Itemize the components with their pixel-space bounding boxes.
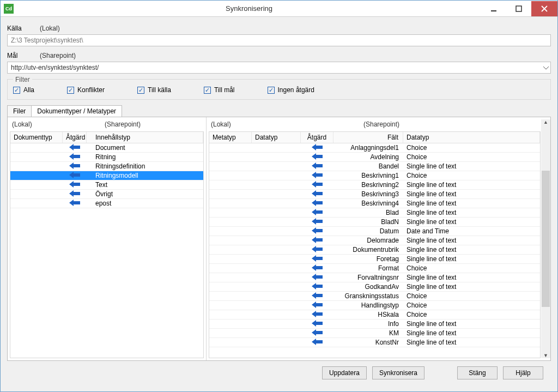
table-row[interactable]: Beskrivning2Single line of text — [209, 180, 540, 190]
table-row[interactable]: GranskningsstatusChoice — [209, 292, 540, 301]
arrow-left-icon — [312, 237, 323, 243]
table-row[interactable]: epost — [10, 199, 203, 208]
scroll-thumb[interactable] — [542, 171, 550, 307]
table-row[interactable]: Text — [10, 180, 203, 190]
table-row[interactable]: Ritningsmodell — [10, 171, 203, 180]
arrow-left-icon — [312, 329, 323, 336]
arrow-left-icon — [69, 153, 80, 160]
app-window: Cd Synkronisering Källa (Lokal) Mål (Sha… — [0, 0, 558, 392]
table-row[interactable]: Document — [10, 143, 203, 153]
arrow-left-icon — [69, 162, 80, 169]
arrow-left-icon — [312, 301, 323, 308]
table-row[interactable]: Beskrivning1Choice — [209, 171, 540, 180]
table-row[interactable]: FormatChoice — [209, 264, 540, 273]
right-lokal-label: (Lokal) — [211, 120, 309, 128]
target-sublabel: (Sharepoint) — [40, 52, 76, 59]
minimize-button[interactable] — [481, 1, 506, 16]
target-url-select[interactable] — [7, 62, 551, 74]
app-icon: Cd — [4, 4, 14, 14]
source-label: Källa — [7, 25, 38, 32]
col-dokumenttyp[interactable]: Dokumenttyp — [10, 132, 63, 143]
filter-alla-checkbox[interactable]: ✓Alla — [13, 86, 34, 94]
scroll-up-icon[interactable]: ▲ — [543, 119, 548, 125]
filter-tillkalla-checkbox[interactable]: ✓Till källa — [137, 86, 171, 94]
tab-doktyper[interactable]: Dokumenttyper / Metatyper — [31, 105, 122, 117]
arrow-left-icon — [312, 181, 323, 188]
filter-ingen-checkbox[interactable]: ✓Ingen åtgärd — [268, 86, 314, 94]
tab-filer[interactable]: Filer — [7, 105, 32, 117]
table-row[interactable]: HSkalaChoice — [209, 310, 540, 319]
table-row[interactable]: BladSingle line of text — [209, 208, 540, 218]
maximize-button[interactable] — [506, 1, 531, 16]
col-metatyp[interactable]: Metatyp — [209, 132, 252, 143]
close-button[interactable] — [531, 1, 557, 16]
table-row[interactable]: Anlaggningsdel1Choice — [209, 143, 540, 153]
target-label: Mål — [7, 52, 38, 59]
arrow-left-icon — [312, 153, 323, 160]
arrow-left-icon — [312, 283, 323, 290]
col-datatyp2[interactable]: Datatyp — [403, 132, 540, 143]
uppdatera-button[interactable]: Uppdatera — [322, 366, 367, 379]
arrow-left-icon — [312, 264, 323, 271]
right-sharepoint-label: (Sharepoint) — [309, 120, 546, 128]
arrow-left-icon — [312, 209, 323, 215]
table-row[interactable]: BandelSingle line of text — [209, 162, 540, 171]
col-innehall[interactable]: Innehållstyp — [87, 132, 203, 143]
table-row[interactable]: AvdelningChoice — [209, 153, 540, 162]
hjalp-button[interactable]: Hjälp — [503, 366, 543, 379]
col-atgard-right[interactable]: Åtgärd — [301, 132, 333, 143]
arrow-left-icon — [312, 274, 323, 280]
arrow-left-icon — [312, 292, 323, 299]
tab-panel: (Lokal) (Sharepoint) Dokumenttyp Åtgärd … — [7, 117, 551, 361]
arrow-left-icon — [312, 255, 323, 262]
scroll-down-icon[interactable]: ▼ — [543, 353, 548, 358]
table-row[interactable]: Ritning — [10, 153, 203, 162]
table-row[interactable]: Övrigt — [10, 190, 203, 199]
doc-types-pane: (Lokal) (Sharepoint) Dokumenttyp Åtgärd … — [8, 117, 207, 360]
svg-rect-1 — [516, 6, 521, 11]
arrow-left-icon — [312, 172, 323, 178]
filter-tillmal-checkbox[interactable]: ✓Till mål — [204, 86, 235, 94]
table-row[interactable]: Ritningsdefinition — [10, 162, 203, 171]
svg-rect-0 — [491, 10, 496, 11]
arrow-left-icon — [69, 200, 80, 206]
arrow-left-icon — [312, 339, 323, 345]
col-datatyp[interactable]: Datatyp — [252, 132, 301, 143]
table-row[interactable]: ForvaltningsnrSingle line of text — [209, 273, 540, 282]
arrow-left-icon — [312, 144, 323, 150]
table-row[interactable]: ForetagSingle line of text — [209, 255, 540, 264]
table-row[interactable]: Beskrivning4Single line of text — [209, 199, 540, 208]
chevron-down-icon[interactable] — [543, 64, 549, 71]
arrow-left-icon — [69, 144, 80, 150]
arrow-left-icon — [69, 181, 80, 188]
table-row[interactable]: HandlingstypChoice — [209, 301, 540, 310]
col-atgard-left[interactable]: Åtgärd — [63, 132, 87, 143]
arrow-left-icon — [312, 190, 323, 197]
table-row[interactable]: Beskrivning3Single line of text — [209, 190, 540, 199]
table-row[interactable]: DokumentrubrikSingle line of text — [209, 245, 540, 255]
arrow-left-icon — [312, 320, 323, 327]
stang-button[interactable]: Stäng — [457, 366, 498, 379]
filter-legend: Filter — [13, 76, 32, 83]
source-path-input[interactable] — [7, 34, 551, 46]
table-row[interactable]: GodkandAvSingle line of text — [209, 282, 540, 292]
arrow-left-icon — [312, 227, 323, 234]
arrow-left-icon — [69, 190, 80, 197]
arrow-left-icon — [312, 200, 323, 206]
table-row[interactable]: BladNSingle line of text — [209, 218, 540, 227]
titlebar: Cd Synkronisering — [1, 1, 557, 17]
col-falt[interactable]: Fält — [333, 132, 403, 143]
left-sharepoint-label: (Sharepoint) — [66, 120, 202, 128]
table-row[interactable]: DelomradeSingle line of text — [209, 236, 540, 245]
table-row[interactable]: KonstNrSingle line of text — [209, 338, 540, 347]
table-row[interactable]: DatumDate and Time — [209, 227, 540, 236]
arrow-left-icon — [312, 246, 323, 252]
arrow-left-icon — [69, 172, 80, 178]
arrow-left-icon — [312, 218, 323, 225]
window-title: Synkronisering — [17, 4, 481, 13]
table-row[interactable]: KMSingle line of text — [209, 329, 540, 338]
vertical-scrollbar[interactable]: ▲ ▼ — [541, 119, 550, 358]
table-row[interactable]: InfoSingle line of text — [209, 319, 540, 329]
filter-konflikter-checkbox[interactable]: ✓Konflikter — [67, 86, 105, 94]
synkronisera-button[interactable]: Synkronisera — [372, 366, 424, 379]
